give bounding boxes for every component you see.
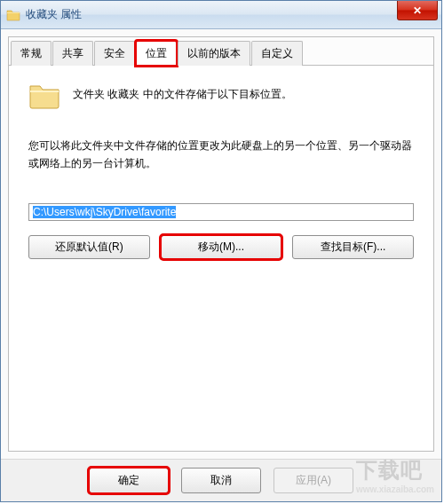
path-input[interactable]: C:\Users\wkj\SkyDrive\favorite (28, 203, 414, 221)
folder-large-icon (28, 82, 60, 110)
tab-location[interactable]: 位置 (136, 41, 177, 66)
close-button[interactable]: ✕ (397, 1, 438, 20)
path-value: C:\Users\wkj\SkyDrive\favorite (33, 206, 176, 218)
tab-previous-versions[interactable]: 以前的版本 (178, 41, 250, 66)
client-area: 常规 共享 安全 位置 以前的版本 自定义 文件夹 收藏夹 中的文件存储于以下目… (8, 36, 434, 452)
tab-sharing[interactable]: 共享 (52, 41, 93, 66)
location-description-2: 您可以将此文件夹中文件存储的位置更改为此硬盘上的另一个位置、另一个驱动器或网络上… (28, 137, 414, 173)
titlebar[interactable]: 收藏夹 属性 ✕ (1, 1, 441, 29)
action-buttons: 还原默认值(R) 移动(M)... 查找目标(F)... (28, 235, 414, 259)
dialog-buttons: 确定 取消 应用(A) (1, 459, 441, 501)
ok-button[interactable]: 确定 (89, 468, 169, 493)
location-description-1: 文件夹 收藏夹 中的文件存储于以下目标位置。 (73, 82, 292, 102)
apply-button: 应用(A) (274, 468, 353, 493)
move-button[interactable]: 移动(M)... (161, 235, 282, 259)
window-title: 收藏夹 属性 (26, 7, 82, 22)
tab-general[interactable]: 常规 (11, 41, 52, 66)
cancel-button[interactable]: 取消 (181, 468, 261, 493)
tab-customize[interactable]: 自定义 (251, 41, 303, 66)
tab-security[interactable]: 安全 (94, 41, 135, 66)
close-icon: ✕ (413, 4, 422, 17)
tab-strip: 常规 共享 安全 位置 以前的版本 自定义 (9, 37, 433, 66)
folder-icon (6, 8, 20, 22)
restore-default-button[interactable]: 还原默认值(R) (28, 235, 150, 259)
tab-content: 文件夹 收藏夹 中的文件存储于以下目标位置。 您可以将此文件夹中文件存储的位置更… (9, 66, 433, 268)
find-target-button[interactable]: 查找目标(F)... (292, 235, 414, 259)
properties-dialog: 收藏夹 属性 ✕ 常规 共享 安全 位置 以前的版本 自定义 文件夹 收藏夹 中… (0, 0, 442, 502)
